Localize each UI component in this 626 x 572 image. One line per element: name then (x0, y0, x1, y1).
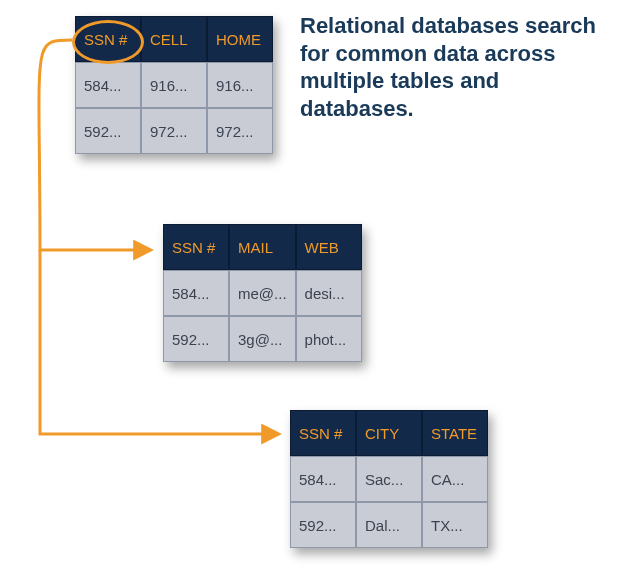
table-row: 592... 3g@... phot... (163, 316, 362, 362)
diagram-caption: Relational databases search for common d… (300, 12, 610, 122)
table-phones: SSN # CELL HOME 584... 916... 916... 592… (75, 16, 273, 154)
table-row: 584... Sac... CA... (290, 456, 488, 502)
cell: 592... (163, 316, 229, 362)
cell: CA... (422, 456, 488, 502)
table-header-mail: MAIL (229, 224, 296, 270)
cell: phot... (296, 316, 362, 362)
cell: 916... (207, 62, 273, 108)
table-row: 584... 916... 916... (75, 62, 273, 108)
table-header-city: CITY (356, 410, 422, 456)
cell: 584... (290, 456, 356, 502)
table-header-ssn: SSN # (75, 16, 141, 62)
cell: Sac... (356, 456, 422, 502)
cell: 916... (141, 62, 207, 108)
cell: me@... (229, 270, 296, 316)
cell: 3g@... (229, 316, 296, 362)
cell: Dal... (356, 502, 422, 548)
table-header-ssn: SSN # (163, 224, 229, 270)
table-row: 592... Dal... TX... (290, 502, 488, 548)
cell: 972... (141, 108, 207, 154)
table-header-cell: CELL (141, 16, 207, 62)
table-row: 592... 972... 972... (75, 108, 273, 154)
table-email: SSN # MAIL WEB 584... me@... desi... 592… (163, 224, 362, 362)
table-header-web: WEB (296, 224, 362, 270)
table-location: SSN # CITY STATE 584... Sac... CA... 592… (290, 410, 488, 548)
cell: 592... (75, 108, 141, 154)
table-header-home: HOME (207, 16, 273, 62)
cell: TX... (422, 502, 488, 548)
cell: desi... (296, 270, 362, 316)
cell: 592... (290, 502, 356, 548)
cell: 584... (163, 270, 229, 316)
table-row: 584... me@... desi... (163, 270, 362, 316)
cell: 972... (207, 108, 273, 154)
table-header-ssn: SSN # (290, 410, 356, 456)
cell: 584... (75, 62, 141, 108)
table-header-state: STATE (422, 410, 488, 456)
